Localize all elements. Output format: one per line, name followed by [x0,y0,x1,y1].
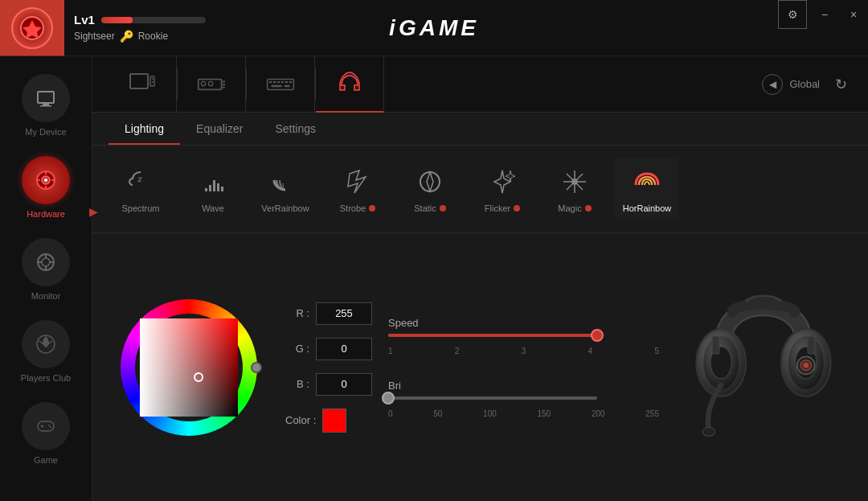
titlebar: Lv1 Sightseer 🔑 Rookie iGAME ⚙ − × [0,0,868,56]
magic-dot [585,205,592,211]
speed-ticks: 1 2 3 4 5 [388,342,659,355]
effect-wave[interactable]: Wave [181,158,245,220]
bri-slider-row: Bri 0 50 100 150 200 255 [388,380,659,418]
svg-rect-39 [289,80,292,82]
user-rank: Rookie [138,31,168,42]
sidebar-item-game[interactable]: Game [0,392,92,474]
refresh-button[interactable]: ↻ [829,73,852,96]
tab-gpu[interactable] [178,56,246,113]
effect-horrainbow[interactable]: HorRainbow [615,158,679,220]
r-input[interactable] [316,302,372,325]
svg-rect-65 [808,336,815,354]
tab-pc[interactable] [108,56,177,113]
svg-rect-33 [268,79,294,89]
device-tabs: ◀ Global ↻ [92,56,868,113]
svg-rect-2 [43,103,49,105]
strobe-dot [369,205,375,211]
tab-keyboard[interactable] [247,56,315,113]
flicker-dot [514,205,520,211]
effect-flicker[interactable]: Flicker [470,158,534,220]
bri-label: Bri [388,380,659,392]
horrainbow-label: HorRainbow [623,203,672,213]
strobe-icon [341,165,375,199]
logo-circle [11,7,53,49]
b-input[interactable] [316,373,372,396]
window-controls: ⚙ − × [778,0,868,29]
bri-ticks: 0 50 100 150 200 255 [388,404,659,418]
bri-thumb[interactable] [382,392,395,404]
tab-headset[interactable] [316,56,384,113]
strobe-label: Strobe [340,203,375,213]
players-club-icon [22,320,70,368]
horrainbow-icon [630,165,664,199]
sidebar-item-players-club[interactable]: Players Club [0,310,92,392]
effect-magic[interactable]: Magic [542,158,607,220]
hardware-arrow: ▶ [89,205,98,218]
color-swatch[interactable] [322,409,346,433]
svg-rect-43 [205,188,207,191]
effect-spectrum[interactable]: ᶻ Spectrum [108,158,173,220]
sub-tab-settings[interactable]: Settings [259,113,332,145]
svg-rect-28 [201,81,205,85]
user-sub-info: Sightseer 🔑 Rookie [74,30,206,43]
magic-label: Magic [558,203,591,213]
main-layout: My Device Hardware ▶ [0,56,868,501]
effect-static[interactable]: Static [398,158,462,220]
verrainbow-label: VerRainbow [261,203,309,213]
rgb-inputs: R : G : B : Color : [285,249,372,485]
effect-verrainbow[interactable]: VerRainbow [253,158,317,220]
sidebar-item-monitor[interactable]: Monitor [0,228,92,310]
headset-image [675,249,852,485]
sliders-section: Speed 1 2 3 4 5 Bri [388,249,659,485]
r-label: R : [285,307,309,319]
global-label: Global [789,78,820,90]
color-wheel-section [108,249,269,485]
global-button[interactable]: ◀ Global [762,74,820,95]
sidebar-item-my-device[interactable]: My Device [0,64,92,146]
badge-icon: 🔑 [120,30,133,43]
user-level-row: Lv1 [74,13,206,27]
my-device-icon [22,74,70,122]
sub-tab-lighting[interactable]: Lighting [108,113,180,145]
svg-rect-25 [152,78,154,80]
g-input[interactable] [316,338,372,360]
my-device-label: My Device [25,127,66,137]
svg-rect-37 [281,80,284,82]
svg-rect-44 [209,185,211,191]
color-picker-square[interactable] [140,318,238,417]
sidebar-item-hardware[interactable]: Hardware ▶ [0,146,92,228]
color-swatch-row: Color : [285,409,372,433]
svg-rect-3 [40,105,51,107]
static-label: Static [414,203,446,213]
svg-rect-41 [285,84,290,86]
svg-rect-1 [38,92,54,103]
logo [0,0,64,56]
close-button[interactable]: × [839,0,868,29]
color-wheel-container[interactable] [121,299,257,436]
minimize-button[interactable]: − [810,0,839,29]
b-row: B : [285,373,372,396]
wave-icon [196,165,230,199]
svg-rect-40 [272,84,282,86]
color-picker-handle [194,372,203,382]
bri-track[interactable] [388,396,597,400]
level-bar [101,17,206,23]
svg-rect-23 [130,74,148,88]
speed-thumb[interactable] [591,329,604,342]
effect-strobe[interactable]: Strobe [326,158,390,220]
sidebar: My Device Hardware ▶ [0,56,92,501]
hardware-icon [22,156,70,204]
r-row: R : [285,302,372,325]
speed-track[interactable] [388,334,597,337]
spectrum-icon: ᶻ [124,165,158,199]
speed-fill [388,334,597,337]
svg-point-62 [804,363,809,368]
wave-label: Wave [202,203,224,213]
svg-point-12 [42,258,50,266]
svg-rect-32 [223,86,226,88]
settings-button[interactable]: ⚙ [778,0,807,29]
svg-rect-29 [208,81,212,85]
svg-rect-45 [213,180,215,191]
sub-tab-equalizer[interactable]: Equalizer [180,113,259,145]
svg-rect-46 [217,183,219,191]
